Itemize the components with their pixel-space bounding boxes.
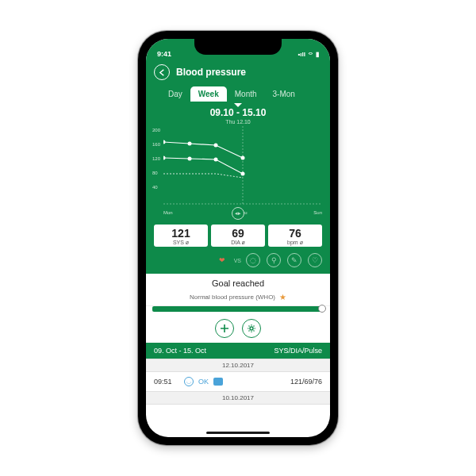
settings-button[interactable]	[242, 319, 261, 338]
signal-icon: •ıll	[298, 51, 305, 58]
note-icon	[213, 378, 223, 386]
list-row[interactable]: 09:51 ◡ OK 121/69/76	[146, 372, 330, 391]
list-date-divider: 12.10.2017	[146, 359, 330, 372]
home-indicator[interactable]	[206, 432, 270, 434]
heart-pulse-icon[interactable]: ❤	[215, 253, 229, 267]
tab-month[interactable]: Month	[227, 86, 265, 102]
svg-point-2	[163, 140, 166, 144]
pen-icon[interactable]: ✎	[287, 253, 301, 267]
list-header-date: 09. Oct - 15. Oct	[154, 347, 206, 355]
svg-point-7	[188, 157, 192, 161]
action-row	[146, 314, 330, 343]
heart-outline-icon[interactable]: ♡	[308, 253, 322, 267]
svg-point-5	[241, 156, 245, 160]
goal-slider[interactable]	[146, 306, 330, 314]
svg-point-6	[163, 156, 166, 160]
bp-chart[interactable]: 200 160 120 80 40 ★ ★	[146, 125, 330, 218]
chart-toggle-row: ❤ VS ◌ ⚲ ✎ ♡	[146, 250, 330, 274]
metric-bpm[interactable]: 76 bpm ø	[268, 225, 322, 247]
row-mood: OK	[198, 378, 209, 386]
vs-label: VS	[234, 258, 241, 263]
list-date-divider: 10.10.2017	[146, 391, 330, 405]
date-range-sub: Thu 12.10	[146, 119, 330, 125]
tab-3month[interactable]: 3-Mon	[265, 86, 303, 102]
date-range-label: 09.10 - 15.10	[146, 107, 330, 118]
metric-dia[interactable]: 69 DIA ø	[211, 225, 265, 247]
goal-title: Goal reached	[146, 278, 330, 288]
svg-point-3	[188, 142, 192, 146]
back-button[interactable]	[154, 64, 170, 80]
chart-scrub-handle[interactable]: ◂▸	[232, 207, 244, 220]
drop-icon[interactable]: ◌	[246, 253, 260, 267]
status-time: 9:41	[157, 50, 171, 58]
mood-icon: ◡	[184, 377, 194, 386]
date-range: 09.10 - 15.10 Thu 12.10	[146, 102, 330, 125]
row-time: 09:51	[154, 378, 179, 386]
range-tabs: Day Week Month 3-Mon	[146, 83, 330, 102]
chart-y-axis: 200 160 120 80 40	[152, 128, 160, 190]
list-header: 09. Oct - 15. Oct SYS/DIA/Pulse	[146, 343, 330, 359]
tab-week[interactable]: Week	[190, 86, 227, 102]
status-icons: •ıll ⌔ ▮	[298, 51, 319, 58]
chart-svg: ★ ★	[163, 126, 322, 205]
svg-point-12	[250, 327, 253, 330]
lock-icon[interactable]: ⚲	[267, 253, 281, 267]
list-header-cols: SYS/DIA/Pulse	[274, 347, 322, 355]
battery-icon: ▮	[316, 51, 319, 58]
row-values: 121/69/76	[290, 378, 322, 386]
slider-thumb[interactable]	[318, 305, 326, 313]
metric-sys[interactable]: 121 SYS ø	[154, 225, 208, 247]
wifi-icon: ⌔	[309, 51, 313, 58]
svg-point-9	[241, 172, 245, 176]
app-header: Blood pressure	[146, 60, 330, 83]
goal-subtitle: Normal blood pressure (WHO)	[190, 294, 275, 301]
svg-point-4	[214, 144, 218, 148]
metrics-row: 121 SYS ø 69 DIA ø 76 bpm ø	[146, 218, 330, 250]
add-button[interactable]	[215, 319, 234, 338]
svg-point-8	[214, 158, 218, 162]
star-icon: ★	[279, 293, 286, 301]
goal-banner: Goal reached Normal blood pressure (WHO)…	[146, 274, 330, 306]
tab-day[interactable]: Day	[160, 86, 190, 102]
page-title: Blood pressure	[176, 67, 246, 78]
